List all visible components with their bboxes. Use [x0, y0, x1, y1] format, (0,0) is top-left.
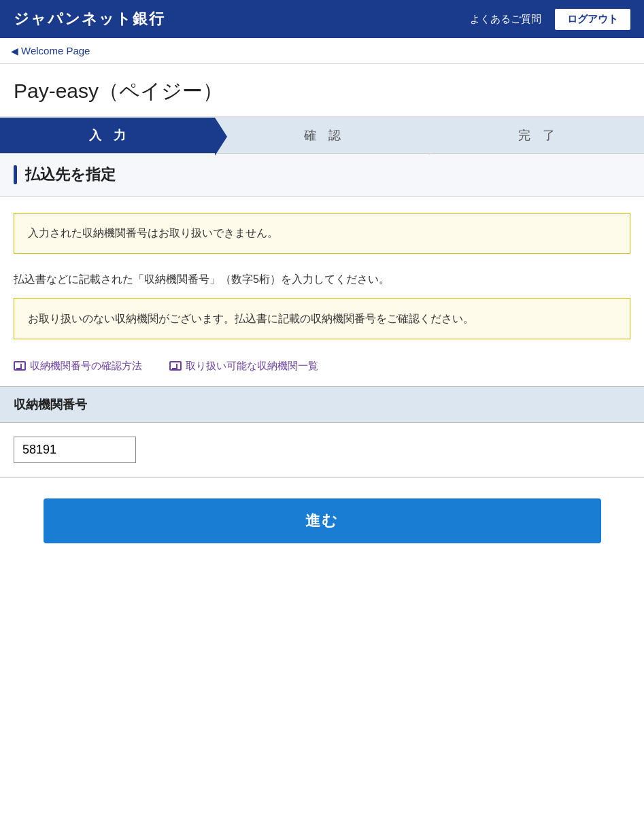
steps-bar: 入 力 確 認 完 了 — [0, 118, 644, 153]
step-complete-label: 完 了 — [518, 127, 555, 143]
faq-label: よくあるご質問 — [470, 13, 541, 26]
field-input-area — [0, 423, 644, 478]
page-title-section: Pay-easy（ペイジー） — [0, 64, 644, 118]
submit-button[interactable]: 進む — [44, 498, 601, 543]
step-complete: 完 了 — [429, 118, 644, 153]
link-label-1: 収納機関番号の確認方法 — [30, 360, 142, 373]
section-header-bar — [14, 165, 17, 184]
link-icon-2 — [169, 361, 182, 371]
link-available-institutions[interactable]: 取り扱い可能な収納機関一覧 — [169, 360, 318, 373]
step-input-label: 入 力 — [89, 127, 126, 143]
step-confirm-arrow — [429, 118, 441, 156]
site-header: ジャパンネット銀行 よくあるご質問 ログアウト — [0, 0, 644, 38]
step-confirm: 確 認 — [215, 118, 430, 153]
breadcrumb: ◀ Welcome Page — [0, 38, 644, 64]
field-label: 収納機関番号 — [14, 398, 87, 411]
section-header: 払込先を指定 — [0, 153, 644, 197]
error-box: 入力された収納機関番号はお取り扱いできません。 — [14, 213, 630, 254]
step-input-arrow — [215, 118, 227, 156]
section-header-title: 払込先を指定 — [25, 165, 116, 185]
site-logo: ジャパンネット銀行 — [14, 9, 165, 29]
link-confirmation-method[interactable]: 収納機関番号の確認方法 — [14, 360, 142, 373]
link-label-2: 取り扱い可能な収納機関一覧 — [186, 360, 318, 373]
logout-button[interactable]: ログアウト — [555, 9, 630, 30]
link-icon-1 — [14, 361, 26, 371]
links-row: 収納機関番号の確認方法 取り扱い可能な収納機関一覧 — [0, 353, 644, 386]
breadcrumb-welcome-link[interactable]: Welcome Page — [21, 45, 90, 56]
warning-box: お取り扱いのない収納機関がございます。払込書に記載の収納機関番号をご確認ください… — [14, 298, 630, 339]
institution-number-input[interactable] — [14, 437, 136, 463]
step-confirm-label: 確 認 — [304, 127, 341, 143]
breadcrumb-chevron-icon: ◀ — [11, 46, 18, 56]
main-content: 入力された収納機関番号はお取り扱いできません。 払込書などに記載された「収納機関… — [0, 213, 644, 564]
page-title: Pay-easy（ペイジー） — [14, 78, 630, 105]
step-input: 入 力 — [0, 118, 215, 153]
submit-area: 進む — [0, 478, 644, 564]
description-text: 払込書などに記載された「収納機関番号」（数字5桁）を入力してください。 — [0, 270, 644, 288]
warning-message: お取り扱いのない収納機関がございます。払込書に記載の収納機関番号をご確認ください… — [28, 313, 474, 324]
header-actions: よくあるご質問 ログアウト — [470, 9, 630, 30]
error-message: 入力された収納機関番号はお取り扱いできません。 — [28, 227, 278, 239]
field-section: 収納機関番号 — [0, 386, 644, 423]
